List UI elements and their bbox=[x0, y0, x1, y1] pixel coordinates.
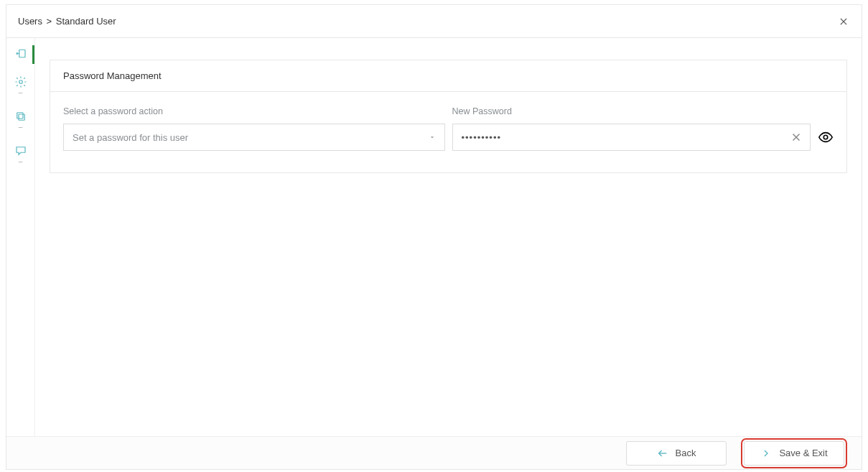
arrow-left-icon bbox=[657, 448, 668, 459]
user-entry-icon bbox=[14, 48, 27, 61]
back-button-label: Back bbox=[676, 448, 696, 458]
svg-point-3 bbox=[19, 80, 22, 84]
breadcrumb-root[interactable]: Users bbox=[18, 16, 42, 27]
sidebar-item-user[interactable] bbox=[6, 47, 34, 63]
chevron-right-icon bbox=[760, 448, 772, 459]
svg-point-8 bbox=[823, 135, 828, 139]
side-rail: – – – bbox=[6, 38, 35, 436]
panel-title: Password Management bbox=[50, 60, 846, 92]
password-action-select[interactable]: Set a password for this user bbox=[63, 124, 445, 151]
password-management-panel: Password Management Select a password ac… bbox=[50, 60, 847, 173]
copy-icon bbox=[14, 110, 27, 123]
back-button[interactable]: Back bbox=[626, 441, 727, 466]
svg-rect-5 bbox=[17, 113, 22, 119]
page-header: Users > Standard User bbox=[6, 5, 862, 38]
sidebar-item-chat[interactable]: – bbox=[6, 143, 34, 166]
rail-dash: – bbox=[19, 90, 23, 96]
svg-rect-2 bbox=[19, 50, 24, 57]
new-password-label: New Password bbox=[452, 106, 834, 116]
show-password-icon[interactable] bbox=[818, 129, 834, 145]
password-action-value: Set a password for this user bbox=[73, 132, 188, 143]
rail-dash: – bbox=[19, 124, 23, 130]
breadcrumb-current: Standard User bbox=[56, 16, 116, 27]
breadcrumb-separator: > bbox=[47, 16, 52, 27]
breadcrumb: Users > Standard User bbox=[18, 16, 116, 27]
rail-dash: – bbox=[19, 159, 23, 165]
gear-icon bbox=[14, 75, 27, 88]
chat-icon bbox=[14, 144, 27, 157]
save-exit-button[interactable]: Save & Exit bbox=[744, 441, 844, 466]
new-password-input[interactable] bbox=[462, 132, 790, 143]
close-icon[interactable] bbox=[837, 15, 850, 28]
sidebar-item-settings[interactable]: – bbox=[6, 74, 34, 97]
password-action-label: Select a password action bbox=[63, 106, 445, 116]
chevron-down-icon bbox=[429, 132, 436, 143]
save-exit-button-label: Save & Exit bbox=[779, 448, 827, 458]
sidebar-item-copy[interactable]: – bbox=[6, 108, 34, 131]
footer-bar: Back Save & Exit bbox=[6, 436, 862, 469]
clear-input-icon[interactable] bbox=[790, 131, 803, 144]
svg-rect-4 bbox=[19, 114, 24, 120]
